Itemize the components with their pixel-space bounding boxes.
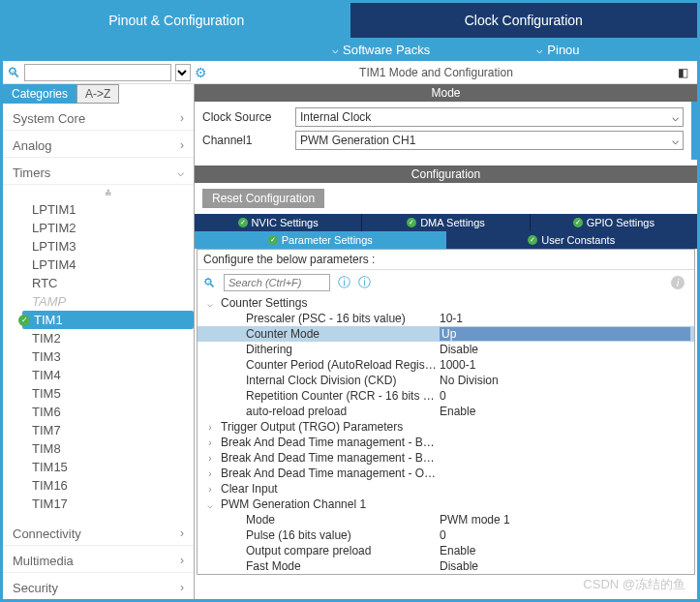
- chevron-down-icon: ⌵: [672, 110, 679, 124]
- prev-match-icon[interactable]: ⓘ: [338, 274, 350, 291]
- group-trgo[interactable]: ›Trigger Output (TRGO) Parameters: [198, 419, 694, 435]
- check-icon: ✓: [238, 218, 248, 227]
- tab-dma-settings[interactable]: ✓DMA Settings: [362, 214, 530, 231]
- param-pwm-mode[interactable]: ModePWM mode 1: [198, 512, 694, 527]
- tab-gpio-settings[interactable]: ✓GPIO Settings: [531, 214, 697, 231]
- tab-pinout-config[interactable]: Pinout & Configuration: [3, 3, 350, 38]
- tab-parameter-settings[interactable]: ✓Parameter Settings: [195, 231, 446, 249]
- tree-lptim4[interactable]: LPTIM4: [22, 256, 194, 274]
- tree-tim8[interactable]: TIM8: [22, 439, 194, 458]
- tab-clock-config[interactable]: Clock Configuration: [350, 3, 698, 38]
- menu-software-packs[interactable]: ⌵Software Packs: [332, 43, 430, 57]
- tree-tim6[interactable]: TIM6: [22, 403, 194, 421]
- chevron-right-icon: ›: [180, 138, 184, 153]
- group-break1[interactable]: ›Break And Dead Time management - BRK…: [198, 435, 694, 450]
- panel-title: TIM1 Mode and Configuration: [195, 66, 678, 79]
- next-match-icon[interactable]: ⓘ: [358, 274, 371, 291]
- clock-source-select[interactable]: Internal Clock⌵: [295, 107, 684, 127]
- chevron-right-icon: ›: [180, 111, 184, 126]
- sidebar-tab-az[interactable]: A->Z: [76, 84, 119, 104]
- configure-params-label: Configure the below parameters :: [198, 250, 694, 270]
- param-fast-mode[interactable]: Fast ModeDisable: [198, 558, 694, 574]
- group-break3[interactable]: ›Break And Dead Time management - Outp…: [198, 466, 694, 481]
- param-counter-mode[interactable]: Counter ModeUp: [198, 326, 694, 342]
- chevron-right-icon: ›: [180, 581, 184, 595]
- chevron-down-icon: ⌵: [536, 44, 543, 56]
- tree-tim17[interactable]: TIM17: [22, 495, 194, 513]
- tree-tim4[interactable]: TIM4: [22, 366, 194, 384]
- tree-tim15[interactable]: TIM15: [22, 458, 194, 476]
- sidebar-search: 🔍︎ ⚙: [3, 62, 195, 83]
- search-input[interactable]: [24, 64, 171, 81]
- chevron-down-icon: ⌵: [672, 134, 679, 147]
- search-icon[interactable]: 🔍︎: [203, 276, 216, 290]
- timers-tree: ≙ LPTIM1 LPTIM2 LPTIM3 LPTIM4 RTC TAMP ✓…: [3, 185, 194, 519]
- check-icon: ✓: [573, 218, 583, 227]
- clock-source-label: Clock Source: [202, 110, 289, 124]
- cat-system-core[interactable]: System Core›: [3, 104, 194, 131]
- main-panel: Mode Clock Source Internal Clock⌵ Channe…: [195, 84, 697, 599]
- chevron-down-icon: ⌵: [177, 166, 184, 180]
- check-icon: ✓: [407, 218, 416, 227]
- group-clear-input[interactable]: ›Clear Input: [198, 481, 694, 497]
- channel1-label: Channel1: [202, 134, 289, 147]
- tree-rtc[interactable]: RTC: [22, 274, 194, 292]
- tree-tim2[interactable]: TIM2: [22, 329, 194, 347]
- info-icon[interactable]: i: [671, 276, 685, 289]
- parameter-tree: ⌵Counter Settings Prescaler (PSC - 16 bi…: [198, 295, 694, 574]
- tree-lptim2[interactable]: LPTIM2: [22, 219, 194, 237]
- tree-tim7[interactable]: TIM7: [22, 421, 194, 439]
- chevron-down-icon: ⌵: [332, 44, 339, 56]
- param-oc-preload[interactable]: Output compare preloadEnable: [198, 543, 694, 558]
- check-icon: ✓: [18, 315, 30, 326]
- param-search-input[interactable]: [224, 274, 330, 291]
- group-counter-settings[interactable]: ⌵Counter Settings: [198, 295, 694, 311]
- group-pwm-ch1[interactable]: ⌵PWM Generation Channel 1: [198, 497, 694, 512]
- tab-nvic-settings[interactable]: ✓NVIC Settings: [195, 214, 362, 231]
- tree-tim3[interactable]: TIM3: [22, 347, 194, 366]
- reset-configuration-button[interactable]: Reset Configuration: [202, 189, 324, 208]
- tree-tamp[interactable]: TAMP: [22, 292, 194, 311]
- configuration-header: Configuration: [195, 166, 697, 183]
- tree-tim1[interactable]: ✓TIM1: [22, 311, 194, 329]
- param-pulse[interactable]: Pulse (16 bits value)0: [198, 527, 694, 543]
- chevron-right-icon: ›: [180, 554, 184, 568]
- cat-connectivity[interactable]: Connectivity›: [3, 519, 194, 546]
- cat-multimedia[interactable]: Multimedia›: [3, 546, 194, 573]
- mode-header: Mode: [195, 84, 697, 102]
- chevron-right-icon: ›: [180, 527, 184, 541]
- search-icon[interactable]: 🔍︎: [7, 65, 20, 80]
- tab-user-constants[interactable]: ✓User Constants: [446, 231, 698, 249]
- param-internal-clock-div[interactable]: Internal Clock Division (CKD)No Division: [198, 373, 694, 388]
- collapse-icon[interactable]: ◧: [678, 66, 693, 79]
- tree-tim5[interactable]: TIM5: [22, 384, 194, 403]
- channel1-select[interactable]: PWM Generation CH1⌵: [295, 131, 684, 150]
- param-repetition-counter[interactable]: Repetition Counter (RCR - 16 bits v…0: [198, 388, 694, 404]
- param-prescaler[interactable]: Prescaler (PSC - 16 bits value)10-1: [198, 311, 694, 326]
- param-dithering[interactable]: DitheringDisable: [198, 342, 694, 357]
- search-dropdown[interactable]: [175, 64, 191, 81]
- sidebar-tab-categories[interactable]: Categories: [3, 84, 76, 104]
- cat-security[interactable]: Security›: [3, 573, 194, 599]
- check-icon: ✓: [528, 235, 537, 245]
- param-counter-period[interactable]: Counter Period (AutoReload Regist…1000-1: [198, 357, 694, 373]
- cat-analog[interactable]: Analog›: [3, 131, 194, 158]
- tree-tim16[interactable]: TIM16: [22, 476, 194, 495]
- tree-lptim1[interactable]: LPTIM1: [22, 200, 194, 219]
- sidebar: Categories A->Z System Core› Analog› Tim…: [3, 84, 195, 599]
- collapse-up-icon[interactable]: ≙: [22, 187, 194, 200]
- group-break2[interactable]: ›Break And Dead Time management - BRK…: [198, 450, 694, 466]
- check-icon: ✓: [268, 235, 278, 245]
- menu-pinout[interactable]: ⌵Pinou: [536, 43, 579, 57]
- cat-timers[interactable]: Timers⌵: [3, 158, 194, 185]
- sub-toolbar: ⌵Software Packs ⌵Pinou: [3, 38, 697, 61]
- tree-lptim3[interactable]: LPTIM3: [22, 237, 194, 256]
- param-auto-reload-preload[interactable]: auto-reload preloadEnable: [198, 404, 694, 419]
